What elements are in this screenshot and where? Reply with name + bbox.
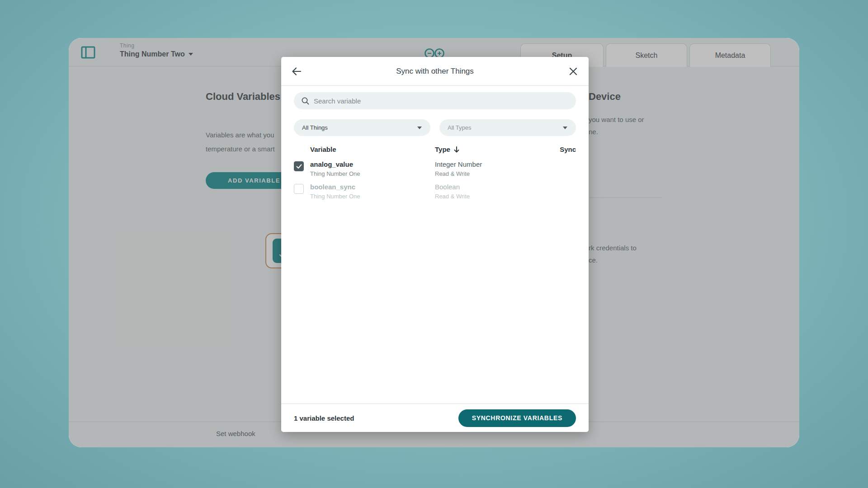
variable-permission: Read & Write	[435, 193, 547, 200]
modal-header: Sync with other Things	[281, 57, 589, 86]
column-header-type-label: Type	[435, 145, 450, 153]
filter-row: All Things All Types	[294, 119, 576, 136]
search-bar	[294, 92, 576, 109]
synchronize-variables-button[interactable]: SYNCHRONIZE VARIABLES	[458, 409, 576, 427]
types-filter-select[interactable]: All Types	[439, 119, 576, 136]
caret-down-icon	[562, 126, 568, 130]
table-row: analog_value Thing Number One Integer Nu…	[294, 160, 576, 177]
variable-thing: Thing Number One	[310, 193, 435, 200]
column-header-type-sort[interactable]: Type	[435, 145, 547, 153]
things-filter-select[interactable]: All Things	[294, 119, 430, 136]
variable-type: Boolean	[435, 183, 547, 191]
column-header-sync: Sync	[547, 145, 576, 153]
row-checkbox[interactable]	[294, 161, 304, 171]
search-input[interactable]	[314, 97, 569, 105]
table-header-row: Variable Type Sync	[294, 145, 576, 153]
check-icon	[296, 164, 302, 169]
back-button[interactable]	[282, 57, 311, 86]
search-icon	[301, 97, 309, 105]
row-checkbox[interactable]	[294, 184, 304, 194]
selection-summary: 1 variable selected	[294, 414, 354, 422]
things-filter-value: All Things	[302, 124, 328, 131]
variable-permission: Read & Write	[435, 170, 547, 177]
close-icon	[569, 67, 577, 75]
variable-type: Integer Number	[435, 160, 547, 168]
variable-thing: Thing Number One	[310, 170, 435, 177]
close-button[interactable]	[559, 57, 588, 86]
modal-body: All Things All Types Variable Type	[281, 86, 589, 404]
table-row: boolean_sync Thing Number One Boolean Re…	[294, 183, 576, 200]
caret-down-icon	[417, 126, 422, 130]
modal-footer: 1 variable selected SYNCHRONIZE VARIABLE…	[281, 404, 589, 432]
column-header-variable: Variable	[310, 145, 435, 153]
modal-title: Sync with other Things	[396, 67, 474, 76]
sync-modal: Sync with other Things All Things All T	[281, 57, 589, 432]
variable-name: analog_value	[310, 160, 435, 168]
sort-descending-icon	[454, 146, 459, 153]
variable-name: boolean_sync	[310, 183, 435, 191]
back-arrow-icon	[291, 66, 302, 77]
types-filter-value: All Types	[448, 124, 472, 131]
